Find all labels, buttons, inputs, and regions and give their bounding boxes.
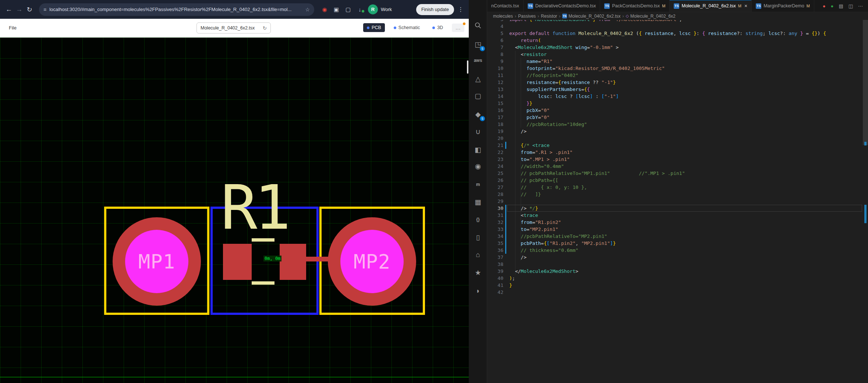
chat-bubble-icon-glyph: ◗ xyxy=(476,287,480,295)
more-actions-icon[interactable]: ⋯ xyxy=(858,3,863,9)
editor-tab[interactable]: TSDeclarativeContactsDemo.tsx xyxy=(524,0,600,12)
profile-avatar[interactable]: R xyxy=(368,4,378,14)
json-icon[interactable]: {} xyxy=(469,212,487,227)
editor-tab[interactable]: TSMarginPackerDemoM xyxy=(752,0,814,12)
status-dot xyxy=(394,27,396,29)
status-dot xyxy=(367,27,369,29)
browser-toolbar: ← → ↻ ≡ localhost:3020/#main_component=m… xyxy=(0,0,469,19)
file-menu[interactable]: File xyxy=(9,25,17,31)
breadcrumb-item[interactable]: Passives xyxy=(518,14,536,19)
line-number: 16 xyxy=(487,107,503,114)
record-icon[interactable]: ● xyxy=(823,3,826,9)
grid-icon[interactable]: ▦ xyxy=(469,194,487,209)
chat-icon[interactable]: ● xyxy=(831,3,834,9)
view-button-schematic[interactable]: Schematic xyxy=(390,23,424,32)
code-text: supplierPartNumbers={{ xyxy=(509,86,590,93)
code-line: 30 /> */} xyxy=(469,205,868,212)
breadcrumb-item[interactable]: molecules xyxy=(493,14,513,19)
code-text: } xyxy=(509,282,512,289)
code-text: //width="0.4mm" xyxy=(509,163,564,170)
code-text: from="R1.pin2" xyxy=(509,219,561,226)
contacts-panel-icon[interactable]: ◳5 xyxy=(469,37,487,52)
pcb-canvas[interactable]: MP1 MP2 R1 0m, 0m xyxy=(0,38,469,383)
download-icon[interactable]: ↓ xyxy=(354,6,366,13)
overlay-extension-icon[interactable]: ▢ xyxy=(342,6,354,13)
code-line: 25 // pcbPathRelativeTo="MP1.pin1" //".M… xyxy=(469,170,868,177)
git-modified-badge: M xyxy=(807,4,810,8)
line-number: 5 xyxy=(487,30,503,37)
home-icon[interactable]: ⌂ xyxy=(469,247,487,262)
line-number: 6 xyxy=(487,37,503,44)
code-text: footprint="kicad:Resistor_SMD/R_0402_100… xyxy=(509,65,665,72)
split-editor-icon[interactable]: ◫ xyxy=(848,3,853,9)
container-icon[interactable]: ◧ xyxy=(469,142,487,157)
globe-icon[interactable]: ◉ xyxy=(469,159,487,173)
view-button-pcb[interactable]: PCB xyxy=(363,23,385,32)
m-logo-icon[interactable]: m xyxy=(469,177,487,192)
screen: ← → ↻ ≡ localhost:3020/#main_component=m… xyxy=(0,0,868,383)
component-selector[interactable]: Molecule_R_0402_6x2.tsx ↻ xyxy=(196,22,271,34)
sync-icon[interactable]: ↻ xyxy=(263,25,267,31)
star-icon[interactable]: ★ xyxy=(469,265,487,280)
line-number: 27 xyxy=(487,184,503,191)
tab-label: Molecule_R_0402_6x2.tsx xyxy=(681,3,736,8)
code-line: 12 resistance={resistance ?? "-1"} xyxy=(469,79,868,86)
line-number: 15 xyxy=(487,100,503,107)
back-icon[interactable]: ← xyxy=(4,6,14,13)
extensions-puzzle-icon[interactable]: ▣ xyxy=(330,6,342,13)
finish-update-button[interactable]: Finish update xyxy=(416,4,454,15)
git-modified-badge: M xyxy=(662,4,665,8)
editor-tab[interactable]: nContacts.tsx xyxy=(487,0,524,12)
code-line: 18 //pcbRotation="10deg" xyxy=(469,121,868,128)
code-text: lcsc: lcsc ? [lcsc] : ["-1"] xyxy=(509,93,619,100)
line-number: 34 xyxy=(487,233,503,240)
container-icon-glyph: ◧ xyxy=(475,145,481,154)
breadcrumb-item[interactable]: TSMolecule_R_0402_6x2.tsx xyxy=(562,14,620,19)
preview-icon[interactable]: ▢ xyxy=(469,88,487,103)
breadcrumb-item[interactable]: Resistor xyxy=(541,14,557,19)
line-number: 8 xyxy=(487,51,503,58)
forward-icon[interactable]: → xyxy=(14,6,24,13)
extensions-icon[interactable]: ◆5 xyxy=(469,107,487,122)
m-logo-icon-glyph: m xyxy=(476,182,480,187)
line-number: 41 xyxy=(487,282,503,289)
code-line: 9 name="R1" xyxy=(469,58,868,65)
more-options-button[interactable]: ... xyxy=(452,24,464,32)
refresh-icon[interactable]: ↻ xyxy=(24,6,35,14)
flask-icon[interactable]: △ xyxy=(469,71,487,86)
site-settings-icon[interactable]: ≡ xyxy=(43,7,46,13)
globe-icon-glyph: ◉ xyxy=(475,162,481,171)
code-text: // pcbPath={[ xyxy=(509,177,558,184)
line-number: 19 xyxy=(487,128,503,135)
aws-icon[interactable]: aws xyxy=(469,53,487,68)
line-number: 10 xyxy=(487,65,503,72)
tab-label: MarginPackerDemo xyxy=(764,3,804,8)
typescript-file-icon: TS xyxy=(562,14,567,18)
view-button-3d[interactable]: 3D xyxy=(429,23,447,32)
code-line: 29 xyxy=(469,198,868,205)
code-line: 35 pcbPath={["R1.pin2", "MP2.pin1"]} xyxy=(469,240,868,247)
overview-ruler-mark xyxy=(864,142,867,145)
browser-scrollbar[interactable] xyxy=(467,60,468,74)
chat-bubble-icon[interactable]: ◗ xyxy=(469,284,487,298)
breadcrumb-item[interactable]: ◇Molecule_R_0402_6x2 xyxy=(626,14,676,19)
notebook-icon[interactable]: ▤ xyxy=(839,3,843,9)
code-line: 11 //footprint="0402" xyxy=(469,72,868,79)
editor-tab[interactable]: TSPackContactsDemo.tsxM xyxy=(600,0,670,12)
typescript-file-icon: TS xyxy=(604,3,610,9)
close-tab-icon[interactable]: × xyxy=(744,3,747,9)
browser-menu-icon[interactable]: ⋮ xyxy=(458,6,464,13)
editor-tab[interactable]: TSMolecule_R_0402_6x2.tsxM× xyxy=(670,0,752,12)
download-badge xyxy=(362,10,364,13)
search-icon[interactable] xyxy=(469,18,487,33)
breadcrumb-label: Resistor xyxy=(541,14,557,19)
record-extension-icon[interactable]: ◉ xyxy=(319,6,330,13)
bookmark-star-icon[interactable]: ☆ xyxy=(305,7,310,13)
url-bar[interactable]: ≡ localhost:3020/#main_component=molecul… xyxy=(39,3,314,16)
line-number: 25 xyxy=(487,170,503,177)
code-text: }} xyxy=(509,100,532,107)
test-tube-icon[interactable]: ∪ xyxy=(469,124,487,139)
mobile-icon[interactable]: ▯ xyxy=(469,230,487,245)
line-number: 20 xyxy=(487,135,503,142)
editor-scrollbar[interactable] xyxy=(863,20,868,145)
